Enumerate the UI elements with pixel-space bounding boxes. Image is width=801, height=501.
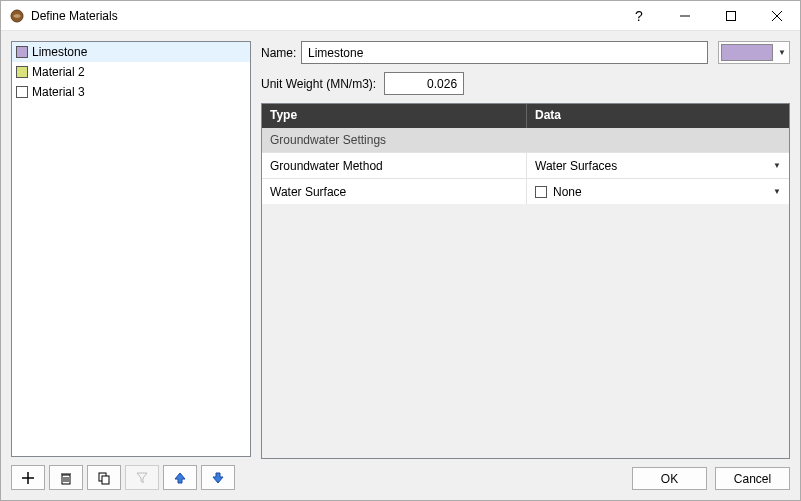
- titlebar: Define Materials ?: [1, 1, 800, 31]
- name-label: Name:: [261, 46, 301, 60]
- header-data: Data: [527, 104, 789, 128]
- material-swatch: [16, 66, 28, 78]
- move-down-button[interactable]: [201, 465, 235, 490]
- unit-weight-label: Unit Weight (MN/m3):: [261, 77, 376, 91]
- color-picker-button[interactable]: ▼: [718, 41, 790, 64]
- name-row: Name: ▼: [261, 41, 790, 64]
- material-item-2[interactable]: Material 2: [12, 62, 250, 82]
- chevron-down-icon: ▼: [777, 48, 787, 57]
- copy-button[interactable]: [87, 465, 121, 490]
- window-title: Define Materials: [31, 9, 118, 23]
- cell-method-value[interactable]: Water Surfaces ▼: [527, 153, 789, 178]
- cancel-button[interactable]: Cancel: [715, 467, 790, 490]
- surface-value-text: None: [553, 185, 582, 199]
- cell-surface-value[interactable]: None ▼: [527, 179, 789, 204]
- unit-weight-input[interactable]: [384, 72, 464, 95]
- dialog-content: Limestone Material 2 Material 3: [1, 31, 800, 500]
- cell-method-label: Groundwater Method: [262, 153, 527, 178]
- unit-weight-row: Unit Weight (MN/m3):: [261, 72, 790, 95]
- header-type: Type: [262, 104, 527, 128]
- property-grid: Type Data Groundwater Settings Groundwat…: [261, 103, 790, 459]
- material-swatch: [16, 46, 28, 58]
- dialog-window: Define Materials ? Limestone Material 2: [0, 0, 801, 501]
- material-label: Material 2: [32, 65, 85, 79]
- svg-rect-2: [727, 11, 736, 20]
- svg-rect-13: [102, 476, 109, 484]
- right-pane: Name: ▼ Unit Weight (MN/m3): Type Data G…: [261, 41, 790, 490]
- row-groundwater-method: Groundwater Method Water Surfaces ▼: [262, 152, 789, 178]
- property-grid-header: Type Data: [262, 104, 789, 128]
- maximize-button[interactable]: [708, 1, 754, 31]
- material-swatch: [16, 86, 28, 98]
- help-button[interactable]: ?: [616, 8, 662, 24]
- row-water-surface: Water Surface None ▼: [262, 178, 789, 204]
- material-toolbar: [11, 465, 251, 490]
- filter-button[interactable]: [125, 465, 159, 490]
- method-value-text: Water Surfaces: [535, 159, 617, 173]
- material-list[interactable]: Limestone Material 2 Material 3: [11, 41, 251, 457]
- minimize-button[interactable]: [662, 1, 708, 31]
- add-button[interactable]: [11, 465, 45, 490]
- move-up-button[interactable]: [163, 465, 197, 490]
- color-swatch: [721, 44, 773, 61]
- section-groundwater: Groundwater Settings: [262, 128, 789, 152]
- delete-button[interactable]: [49, 465, 83, 490]
- left-pane: Limestone Material 2 Material 3: [11, 41, 251, 490]
- material-item-limestone[interactable]: Limestone: [12, 42, 250, 62]
- cell-surface-label: Water Surface: [262, 179, 527, 204]
- property-grid-empty: [262, 204, 789, 458]
- chevron-down-icon: ▼: [773, 187, 781, 196]
- ok-button[interactable]: OK: [632, 467, 707, 490]
- dialog-footer: OK Cancel: [261, 467, 790, 490]
- material-label: Material 3: [32, 85, 85, 99]
- name-input[interactable]: [301, 41, 708, 64]
- surface-checkbox[interactable]: [535, 186, 547, 198]
- app-icon: [9, 8, 25, 24]
- close-button[interactable]: [754, 1, 800, 31]
- material-label: Limestone: [32, 45, 87, 59]
- chevron-down-icon: ▼: [773, 161, 781, 170]
- material-item-3[interactable]: Material 3: [12, 82, 250, 102]
